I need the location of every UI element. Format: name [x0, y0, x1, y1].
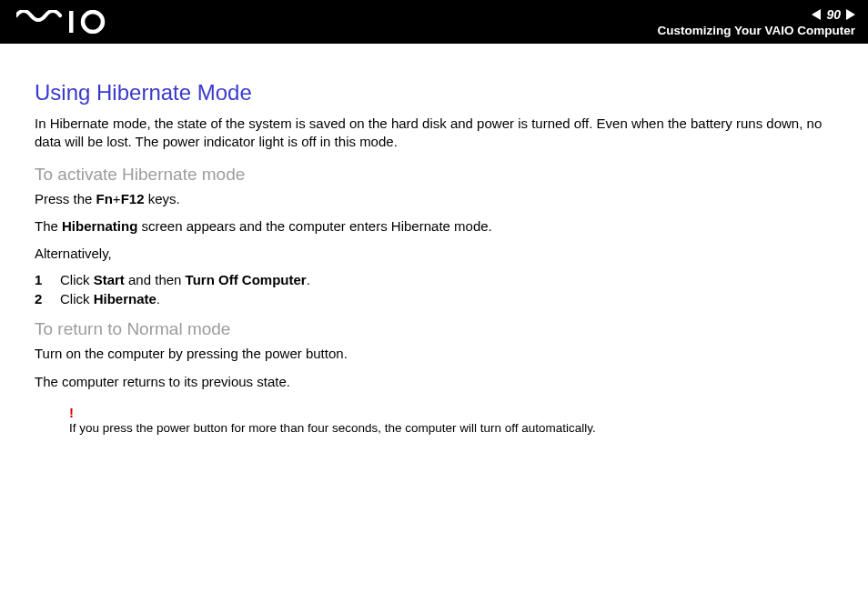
section-label: Customizing Your VAIO Computer	[657, 24, 855, 37]
text: screen appears and the computer enters H…	[137, 218, 491, 234]
intro-paragraph: In Hibernate mode, the state of the syst…	[35, 115, 841, 152]
prev-page-icon[interactable]	[812, 9, 821, 20]
text: Press the	[35, 191, 96, 206]
list-item: 1 Click Start and then Turn Off Computer…	[35, 272, 841, 287]
activate-screen-line: The Hibernating screen appears and the c…	[35, 217, 841, 236]
activate-alternatively: Alternatively,	[35, 245, 841, 263]
bold-turnoff: Turn Off Computer	[186, 272, 307, 287]
header-right: 90 Customizing Your VAIO Computer	[657, 7, 855, 37]
text: Click	[60, 272, 94, 287]
text: Click	[60, 291, 94, 306]
step-number: 1	[35, 272, 60, 287]
text: The	[35, 218, 62, 234]
key-f12: F12	[121, 191, 145, 206]
header-bar: 90 Customizing Your VAIO Computer	[0, 0, 868, 44]
step-text: Click Start and then Turn Off Computer.	[60, 272, 310, 287]
warning-text: If you press the power button for more t…	[69, 421, 841, 435]
svg-rect-0	[69, 11, 74, 33]
key-fn: Fn	[96, 191, 113, 206]
return-line1: Turn on the computer by pressing the pow…	[35, 345, 841, 363]
page-number: 90	[826, 7, 841, 22]
page-content: Using Hibernate Mode In Hibernate mode, …	[0, 44, 868, 462]
bold-hibernate: Hibernate	[94, 291, 156, 306]
text: and then	[125, 272, 186, 287]
text: .	[307, 272, 310, 287]
list-item: 2 Click Hibernate.	[35, 291, 841, 306]
next-page-icon[interactable]	[846, 9, 855, 20]
activate-steps: 1 Click Start and then Turn Off Computer…	[35, 272, 841, 306]
step-text: Click Hibernate.	[60, 291, 160, 306]
text: keys.	[144, 191, 179, 206]
activate-press-line: Press the Fn+F12 keys.	[35, 190, 841, 208]
text: .	[156, 291, 160, 306]
page-title: Using Hibernate Mode	[35, 80, 841, 106]
page-nav: 90	[812, 7, 855, 22]
warning-icon: !	[69, 406, 841, 419]
text: +	[113, 191, 121, 206]
warning-note: ! If you press the power button for more…	[69, 406, 841, 435]
return-line2: The computer returns to its previous sta…	[35, 373, 841, 391]
svg-point-1	[83, 12, 103, 32]
bold-start: Start	[94, 272, 125, 287]
bold-hibernating: Hibernating	[62, 218, 137, 234]
activate-heading: To activate Hibernate mode	[35, 165, 841, 185]
vaio-logo	[16, 10, 126, 34]
step-number: 2	[35, 291, 60, 306]
return-heading: To return to Normal mode	[35, 319, 841, 339]
